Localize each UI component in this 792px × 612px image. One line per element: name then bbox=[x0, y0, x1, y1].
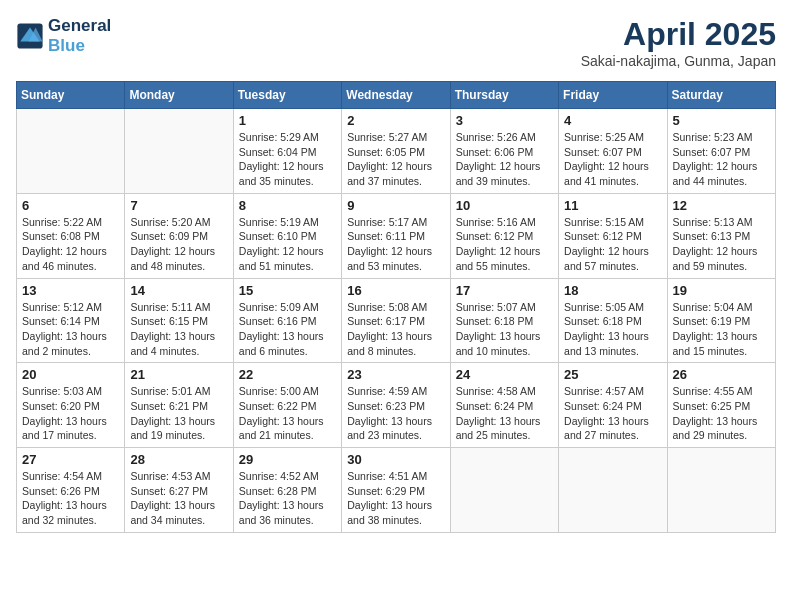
calendar-week-row: 6Sunrise: 5:22 AM Sunset: 6:08 PM Daylig… bbox=[17, 193, 776, 278]
weekday-header: Wednesday bbox=[342, 82, 450, 109]
day-number: 24 bbox=[456, 367, 553, 382]
day-number: 16 bbox=[347, 283, 444, 298]
cell-content: Sunrise: 5:19 AM Sunset: 6:10 PM Dayligh… bbox=[239, 215, 336, 274]
calendar-cell: 25Sunrise: 4:57 AM Sunset: 6:24 PM Dayli… bbox=[559, 363, 667, 448]
logo-text: General Blue bbox=[48, 16, 111, 55]
day-number: 27 bbox=[22, 452, 119, 467]
cell-content: Sunrise: 4:54 AM Sunset: 6:26 PM Dayligh… bbox=[22, 469, 119, 528]
cell-content: Sunrise: 5:26 AM Sunset: 6:06 PM Dayligh… bbox=[456, 130, 553, 189]
cell-content: Sunrise: 5:07 AM Sunset: 6:18 PM Dayligh… bbox=[456, 300, 553, 359]
weekday-header: Tuesday bbox=[233, 82, 341, 109]
calendar-cell: 6Sunrise: 5:22 AM Sunset: 6:08 PM Daylig… bbox=[17, 193, 125, 278]
calendar-table: SundayMondayTuesdayWednesdayThursdayFrid… bbox=[16, 81, 776, 533]
calendar-cell: 28Sunrise: 4:53 AM Sunset: 6:27 PM Dayli… bbox=[125, 448, 233, 533]
calendar-cell: 13Sunrise: 5:12 AM Sunset: 6:14 PM Dayli… bbox=[17, 278, 125, 363]
weekday-header: Sunday bbox=[17, 82, 125, 109]
day-number: 4 bbox=[564, 113, 661, 128]
calendar-cell: 7Sunrise: 5:20 AM Sunset: 6:09 PM Daylig… bbox=[125, 193, 233, 278]
cell-content: Sunrise: 4:57 AM Sunset: 6:24 PM Dayligh… bbox=[564, 384, 661, 443]
cell-content: Sunrise: 5:13 AM Sunset: 6:13 PM Dayligh… bbox=[673, 215, 770, 274]
day-number: 9 bbox=[347, 198, 444, 213]
calendar-cell: 26Sunrise: 4:55 AM Sunset: 6:25 PM Dayli… bbox=[667, 363, 775, 448]
weekday-header-row: SundayMondayTuesdayWednesdayThursdayFrid… bbox=[17, 82, 776, 109]
logo: General Blue bbox=[16, 16, 111, 55]
cell-content: Sunrise: 5:01 AM Sunset: 6:21 PM Dayligh… bbox=[130, 384, 227, 443]
calendar-cell: 9Sunrise: 5:17 AM Sunset: 6:11 PM Daylig… bbox=[342, 193, 450, 278]
calendar-cell: 15Sunrise: 5:09 AM Sunset: 6:16 PM Dayli… bbox=[233, 278, 341, 363]
calendar-cell: 19Sunrise: 5:04 AM Sunset: 6:19 PM Dayli… bbox=[667, 278, 775, 363]
day-number: 23 bbox=[347, 367, 444, 382]
logo-icon bbox=[16, 22, 44, 50]
day-number: 21 bbox=[130, 367, 227, 382]
calendar-cell: 14Sunrise: 5:11 AM Sunset: 6:15 PM Dayli… bbox=[125, 278, 233, 363]
calendar-cell: 17Sunrise: 5:07 AM Sunset: 6:18 PM Dayli… bbox=[450, 278, 558, 363]
cell-content: Sunrise: 5:22 AM Sunset: 6:08 PM Dayligh… bbox=[22, 215, 119, 274]
calendar-cell: 18Sunrise: 5:05 AM Sunset: 6:18 PM Dayli… bbox=[559, 278, 667, 363]
day-number: 15 bbox=[239, 283, 336, 298]
cell-content: Sunrise: 5:12 AM Sunset: 6:14 PM Dayligh… bbox=[22, 300, 119, 359]
cell-content: Sunrise: 5:11 AM Sunset: 6:15 PM Dayligh… bbox=[130, 300, 227, 359]
cell-content: Sunrise: 5:08 AM Sunset: 6:17 PM Dayligh… bbox=[347, 300, 444, 359]
cell-content: Sunrise: 4:55 AM Sunset: 6:25 PM Dayligh… bbox=[673, 384, 770, 443]
day-number: 22 bbox=[239, 367, 336, 382]
cell-content: Sunrise: 5:20 AM Sunset: 6:09 PM Dayligh… bbox=[130, 215, 227, 274]
day-number: 8 bbox=[239, 198, 336, 213]
day-number: 10 bbox=[456, 198, 553, 213]
day-number: 18 bbox=[564, 283, 661, 298]
cell-content: Sunrise: 5:17 AM Sunset: 6:11 PM Dayligh… bbox=[347, 215, 444, 274]
calendar-cell: 3Sunrise: 5:26 AM Sunset: 6:06 PM Daylig… bbox=[450, 109, 558, 194]
calendar-cell bbox=[450, 448, 558, 533]
day-number: 5 bbox=[673, 113, 770, 128]
day-number: 30 bbox=[347, 452, 444, 467]
calendar-cell: 4Sunrise: 5:25 AM Sunset: 6:07 PM Daylig… bbox=[559, 109, 667, 194]
calendar-cell bbox=[667, 448, 775, 533]
month-title: April 2025 bbox=[581, 16, 776, 53]
calendar-cell: 2Sunrise: 5:27 AM Sunset: 6:05 PM Daylig… bbox=[342, 109, 450, 194]
calendar-cell: 29Sunrise: 4:52 AM Sunset: 6:28 PM Dayli… bbox=[233, 448, 341, 533]
day-number: 3 bbox=[456, 113, 553, 128]
calendar-cell bbox=[17, 109, 125, 194]
page-header: General Blue April 2025 Sakai-nakajima, … bbox=[16, 16, 776, 69]
location: Sakai-nakajima, Gunma, Japan bbox=[581, 53, 776, 69]
day-number: 12 bbox=[673, 198, 770, 213]
day-number: 26 bbox=[673, 367, 770, 382]
day-number: 19 bbox=[673, 283, 770, 298]
day-number: 7 bbox=[130, 198, 227, 213]
day-number: 11 bbox=[564, 198, 661, 213]
cell-content: Sunrise: 4:59 AM Sunset: 6:23 PM Dayligh… bbox=[347, 384, 444, 443]
calendar-cell: 24Sunrise: 4:58 AM Sunset: 6:24 PM Dayli… bbox=[450, 363, 558, 448]
calendar-cell bbox=[125, 109, 233, 194]
day-number: 20 bbox=[22, 367, 119, 382]
calendar-cell: 8Sunrise: 5:19 AM Sunset: 6:10 PM Daylig… bbox=[233, 193, 341, 278]
cell-content: Sunrise: 4:52 AM Sunset: 6:28 PM Dayligh… bbox=[239, 469, 336, 528]
calendar-week-row: 1Sunrise: 5:29 AM Sunset: 6:04 PM Daylig… bbox=[17, 109, 776, 194]
day-number: 14 bbox=[130, 283, 227, 298]
day-number: 25 bbox=[564, 367, 661, 382]
cell-content: Sunrise: 5:27 AM Sunset: 6:05 PM Dayligh… bbox=[347, 130, 444, 189]
day-number: 6 bbox=[22, 198, 119, 213]
day-number: 17 bbox=[456, 283, 553, 298]
cell-content: Sunrise: 5:15 AM Sunset: 6:12 PM Dayligh… bbox=[564, 215, 661, 274]
calendar-cell: 22Sunrise: 5:00 AM Sunset: 6:22 PM Dayli… bbox=[233, 363, 341, 448]
calendar-cell: 27Sunrise: 4:54 AM Sunset: 6:26 PM Dayli… bbox=[17, 448, 125, 533]
cell-content: Sunrise: 5:00 AM Sunset: 6:22 PM Dayligh… bbox=[239, 384, 336, 443]
day-number: 28 bbox=[130, 452, 227, 467]
weekday-header: Monday bbox=[125, 82, 233, 109]
cell-content: Sunrise: 4:58 AM Sunset: 6:24 PM Dayligh… bbox=[456, 384, 553, 443]
calendar-week-row: 13Sunrise: 5:12 AM Sunset: 6:14 PM Dayli… bbox=[17, 278, 776, 363]
calendar-cell: 11Sunrise: 5:15 AM Sunset: 6:12 PM Dayli… bbox=[559, 193, 667, 278]
calendar-cell: 20Sunrise: 5:03 AM Sunset: 6:20 PM Dayli… bbox=[17, 363, 125, 448]
day-number: 1 bbox=[239, 113, 336, 128]
cell-content: Sunrise: 5:16 AM Sunset: 6:12 PM Dayligh… bbox=[456, 215, 553, 274]
cell-content: Sunrise: 5:04 AM Sunset: 6:19 PM Dayligh… bbox=[673, 300, 770, 359]
cell-content: Sunrise: 4:53 AM Sunset: 6:27 PM Dayligh… bbox=[130, 469, 227, 528]
cell-content: Sunrise: 5:05 AM Sunset: 6:18 PM Dayligh… bbox=[564, 300, 661, 359]
cell-content: Sunrise: 5:03 AM Sunset: 6:20 PM Dayligh… bbox=[22, 384, 119, 443]
day-number: 13 bbox=[22, 283, 119, 298]
title-block: April 2025 Sakai-nakajima, Gunma, Japan bbox=[581, 16, 776, 69]
cell-content: Sunrise: 5:09 AM Sunset: 6:16 PM Dayligh… bbox=[239, 300, 336, 359]
calendar-cell: 1Sunrise: 5:29 AM Sunset: 6:04 PM Daylig… bbox=[233, 109, 341, 194]
cell-content: Sunrise: 4:51 AM Sunset: 6:29 PM Dayligh… bbox=[347, 469, 444, 528]
calendar-cell bbox=[559, 448, 667, 533]
cell-content: Sunrise: 5:23 AM Sunset: 6:07 PM Dayligh… bbox=[673, 130, 770, 189]
